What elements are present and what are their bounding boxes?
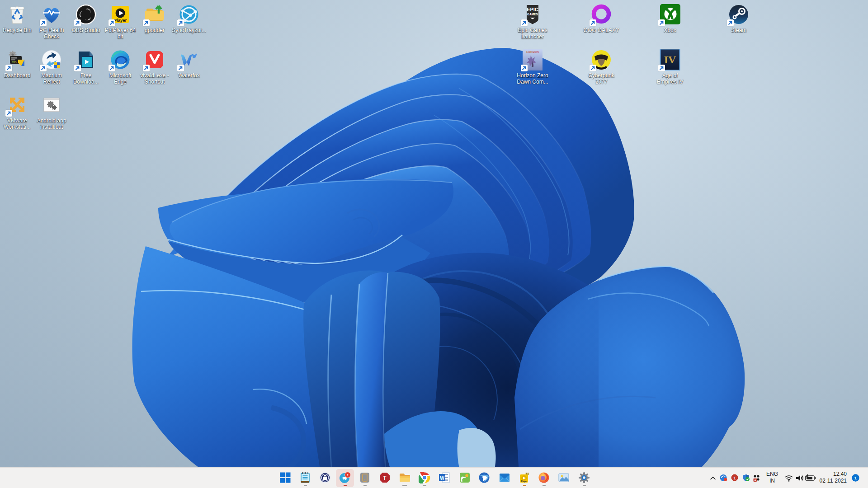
svg-text:EPIC: EPIC [527, 7, 538, 12]
svg-text:T: T [383, 475, 387, 481]
svg-text:Player: Player [114, 18, 127, 23]
svg-text:GAMES: GAMES [527, 13, 538, 16]
svg-text:SS: SS [12, 61, 17, 64]
svg-text:W: W [440, 476, 444, 481]
svg-text:1: 1 [854, 475, 857, 480]
svg-text:IV: IV [664, 54, 676, 66]
svg-text:HORIZON: HORIZON [526, 51, 539, 53]
svg-text:1: 1 [754, 478, 756, 481]
svg-text:1: 1 [733, 476, 736, 480]
svg-text:Player: Player [521, 480, 527, 483]
